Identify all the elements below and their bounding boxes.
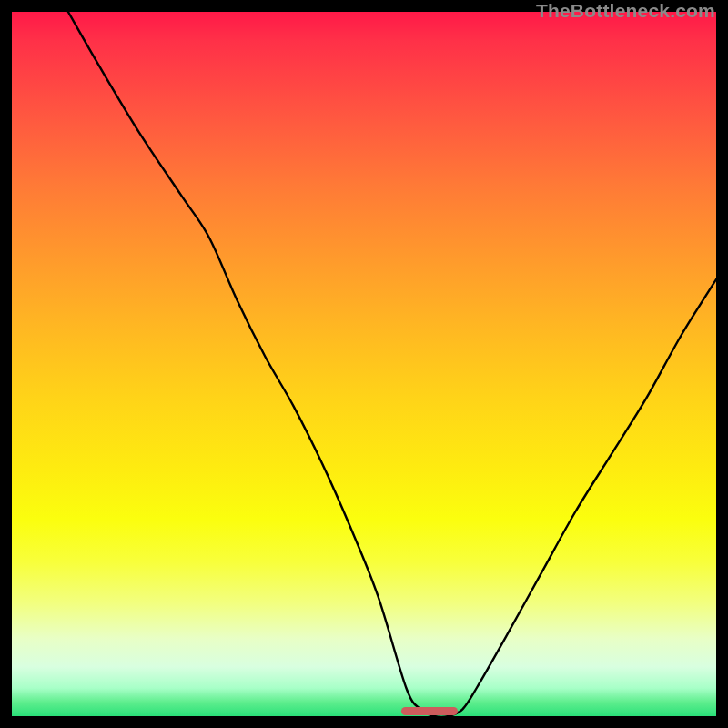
plot-area <box>12 12 716 716</box>
chart-container: TheBottleneck.com <box>0 0 728 728</box>
optimal-range-marker <box>401 707 458 715</box>
bottleneck-curve <box>12 12 716 716</box>
watermark-text: TheBottleneck.com <box>536 0 715 22</box>
